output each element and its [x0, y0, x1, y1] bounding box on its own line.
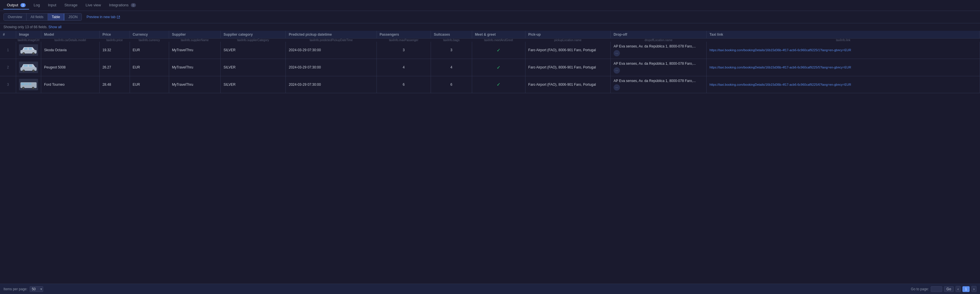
row-meet-greet-1: ✓ — [472, 58, 525, 76]
col-header-supplier-category: Supplier category — [220, 31, 285, 38]
col-subheader-suitcases: taxiInfo.bags — [431, 38, 472, 42]
row-passengers-1: 4 — [377, 58, 431, 76]
dropoff-expand-button-2[interactable]: ··· — [614, 84, 620, 91]
dropoff-expand-button-1[interactable]: ··· — [614, 67, 620, 74]
table-button[interactable]: Table — [48, 14, 65, 21]
row-num-2: 3 — [0, 76, 16, 93]
pagination-control: Go to page: Go ‹ 1 › — [911, 286, 977, 292]
row-supplier-2: MyTravelThru — [169, 76, 220, 93]
go-to-page-input[interactable] — [931, 286, 942, 292]
taxi-link-text-2: https://taxi.booking.com/bookingDetails/… — [710, 83, 851, 86]
check-icon: ✓ — [496, 82, 500, 87]
row-meet-greet-2: ✓ — [472, 76, 525, 93]
items-per-page-control: Items per page: 50 25 100 ▾ — [3, 286, 42, 292]
svg-rect-9 — [29, 65, 32, 67]
row-currency-2: EUR — [130, 76, 169, 93]
row-model-0: Skoda Octavia — [41, 42, 100, 58]
dropoff-expand-button-0[interactable]: ··· — [614, 50, 620, 56]
row-taxi-link-0: https://taxi.booking.com/bookingDetails/… — [706, 42, 980, 58]
nav-tab-storage[interactable]: Storage — [61, 1, 81, 9]
output-badge: 3 — [21, 3, 25, 7]
col-header-passengers: Passengers — [377, 31, 431, 38]
view-toggle-group: Overview All fields Table JSON — [3, 13, 82, 21]
nav-tab-output[interactable]: Output 3 — [3, 1, 29, 9]
data-table-wrapper[interactable]: # Image Model Price Currency Supplier Su… — [0, 31, 980, 283]
go-button[interactable]: Go — [944, 286, 954, 292]
row-image-2 — [16, 76, 41, 93]
col-header-taxi-link: Taxi link — [706, 31, 980, 38]
items-per-page-label: Items per page: — [3, 287, 27, 291]
svg-point-6 — [33, 53, 34, 54]
svg-point-13 — [33, 70, 34, 71]
row-taxi-link-2: https://taxi.booking.com/bookingDetails/… — [706, 76, 980, 93]
preview-link[interactable]: Preview in new tab — [86, 15, 120, 19]
col-subheader-predicted-pickup: taxiInfo.predictedPickupDateTime — [286, 38, 377, 42]
row-pickup-2: Faro Airport (FAO), 8006-901 Faro, Portu… — [525, 76, 611, 93]
check-icon: ✓ — [496, 48, 500, 53]
row-price-2: 28.48 — [99, 76, 130, 93]
table-row: 1 Skoda Octavia 19.32 EUR MyTravelThru S… — [0, 42, 980, 58]
row-taxi-link-1: https://taxi.booking.com/bookingDetails/… — [706, 58, 980, 76]
col-subheader-taxi-link: taxiInfo.link — [706, 38, 980, 42]
nav-tab-integrations[interactable]: Integrations 0 — [105, 1, 139, 9]
col-header-image: Image — [16, 31, 41, 38]
svg-point-19 — [23, 87, 24, 89]
svg-point-11 — [23, 70, 24, 71]
row-num-0: 1 — [0, 42, 16, 58]
nav-tab-liveview[interactable]: Live view — [82, 1, 104, 9]
svg-rect-2 — [29, 48, 32, 50]
row-predicted-pickup-0: 2024-03-29 07:30:00 — [286, 42, 377, 58]
row-passengers-0: 3 — [377, 42, 431, 58]
nav-tab-input[interactable]: Input — [45, 1, 60, 9]
row-currency-0: EUR — [130, 42, 169, 58]
row-suitcases-0: 3 — [431, 42, 472, 58]
all-fields-button[interactable]: All fields — [27, 14, 48, 21]
col-header-currency: Currency — [130, 31, 169, 38]
row-pickup-1: Faro Airport (FAO), 8006-901 Faro, Portu… — [525, 58, 611, 76]
col-subheader-supplier: taxiInfo.supplierName — [169, 38, 220, 42]
items-per-page-select[interactable]: 50 25 100 — [30, 286, 43, 292]
col-header-num: # — [0, 31, 16, 38]
next-page-button[interactable]: › — [971, 286, 977, 292]
svg-rect-1 — [24, 48, 28, 50]
row-dropoff-0: AP Eva senses, Av. da República 1, 8000-… — [611, 42, 706, 58]
prev-page-button[interactable]: ‹ — [956, 286, 961, 292]
col-header-suitcases: Suitcases — [431, 31, 472, 38]
car-image-1 — [19, 62, 38, 73]
svg-point-21 — [33, 87, 34, 89]
col-header-dropoff: Drop-off — [611, 31, 706, 38]
col-subheader-dropoff: dropoffLocation.name — [611, 38, 706, 42]
row-supplier-category-2: SILVER — [220, 76, 285, 93]
overview-button[interactable]: Overview — [4, 14, 27, 21]
row-predicted-pickup-1: 2024-03-29 07:30:00 — [286, 58, 377, 76]
table-row: 2 Peugeot 5008 26.27 EUR MyTravelThru SI… — [0, 58, 980, 76]
col-header-supplier: Supplier — [169, 31, 220, 38]
json-button[interactable]: JSON — [64, 14, 81, 21]
svg-rect-8 — [24, 65, 28, 67]
col-header-pickup: Pick-up — [525, 31, 611, 38]
col-header-price: Price — [99, 31, 130, 38]
col-subheader-meet-greet: taxiInfo.meetAndGreet — [472, 38, 525, 42]
col-subheader-image: taxiInfo.imageUrl — [16, 38, 41, 42]
row-model-1: Peugeot 5008 — [41, 58, 100, 76]
row-model-2: Ford Tourneo — [41, 76, 100, 93]
col-subheader-model: taxiInfo.carDetails.model — [41, 38, 100, 42]
row-supplier-1: MyTravelThru — [169, 58, 220, 76]
show-all-link[interactable]: Show all — [48, 25, 61, 29]
col-subheader-pickup: pickupLocation.name — [525, 38, 611, 42]
go-to-page-label: Go to page: — [911, 287, 929, 291]
row-supplier-0: MyTravelThru — [169, 42, 220, 58]
nav-tab-log[interactable]: Log — [30, 1, 43, 9]
top-navigation: Output 3 Log Input Storage Live view Int… — [0, 0, 980, 11]
taxi-link-text-0: https://taxi.booking.com/bookingDetails/… — [710, 48, 851, 52]
row-supplier-category-1: SILVER — [220, 58, 285, 76]
col-header-meet-greet: Meet & greet — [472, 31, 525, 38]
external-link-icon — [117, 15, 120, 19]
current-page-button[interactable]: 1 — [963, 286, 970, 292]
row-price-0: 19.32 — [99, 42, 130, 58]
table-row: 3 Ford Tourneo 28.48 EUR MyTravelThru SI… — [0, 76, 980, 93]
row-dropoff-1: AP Eva senses, Av. da República 1, 8000-… — [611, 58, 706, 76]
col-header-model: Model — [41, 31, 100, 38]
col-subheader-num — [0, 38, 16, 42]
integrations-badge: 0 — [131, 3, 136, 7]
